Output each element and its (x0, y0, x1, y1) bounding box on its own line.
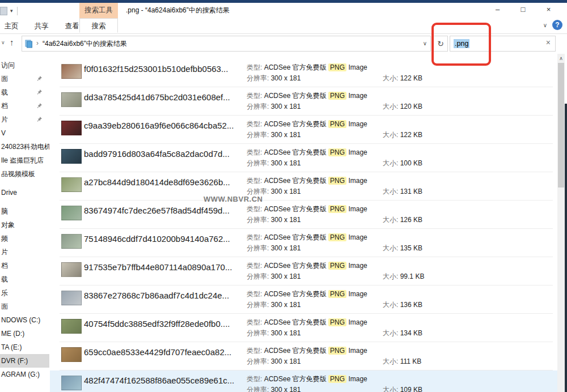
png-highlight: PNG (328, 318, 346, 326)
recent-locations-icon[interactable]: ∨ (1, 40, 5, 45)
sidebar-item[interactable]: 载 (0, 272, 49, 286)
size-value: 120 KB (400, 103, 422, 110)
sidebar-item-label: DVR (F:) (1, 357, 28, 365)
sidebar-item[interactable]: 档 (0, 99, 49, 113)
type-label: 类型: (247, 347, 262, 355)
pin-icon (36, 89, 43, 95)
vertical-scrollbar[interactable]: ∧ (557, 54, 565, 392)
sidebar-item[interactable]: 乐 (0, 286, 49, 300)
quick-access-icon[interactable] (0, 7, 7, 15)
ribbon-collapse-icon[interactable]: ∨ (543, 22, 547, 28)
close-button[interactable]: × (536, 3, 561, 18)
file-thumbnail (61, 206, 82, 220)
file-row[interactable]: 659cc0ae8533e4429fd707feaec0a82... 类型: A… (50, 342, 557, 370)
help-icon[interactable]: ? (552, 20, 562, 30)
file-meta: 类型: ACDSee 官方免费版 PNG Image 分辨率: 300 x 18… (247, 374, 383, 392)
file-thumbnail (61, 64, 82, 79)
type-value-suffix: Image (348, 92, 367, 100)
size-label: 大小: (383, 188, 398, 195)
file-resolution-line: 分辨率: 300 x 181 (247, 271, 383, 282)
sidebar-item[interactable]: 品视频模板 (0, 167, 49, 181)
file-row[interactable]: a27bc844d9d180414de8df69e3626b... 类型: AC… (50, 172, 557, 201)
file-thumbnail (61, 92, 82, 107)
sidebar-item-label: 脑 (1, 207, 8, 215)
qat-dropdown-icon[interactable]: ▾ (10, 8, 13, 14)
sidebar-item[interactable]: 对象 (0, 218, 49, 232)
file-row[interactable]: f0f01632f15d253001b510defbb0563... 类型: A… (50, 59, 557, 87)
tab-home[interactable]: 主页 (0, 19, 26, 33)
sidebar-item[interactable]: TA (E:) (0, 340, 49, 354)
sidebar-item[interactable]: 载 (0, 86, 49, 99)
size-value: 131 KB (400, 188, 422, 195)
sidebar-item[interactable]: 频 (0, 232, 49, 245)
scrollbar-thumb[interactable] (558, 63, 564, 188)
png-highlight: PNG (328, 120, 346, 128)
sidebar-item[interactable]: 脑 (0, 204, 49, 218)
sidebar-item[interactable]: V (0, 126, 49, 140)
sidebar-item[interactable]: 访问 (0, 58, 49, 72)
type-label: 类型: (247, 290, 262, 298)
sidebar-item[interactable]: DVR (F:) (0, 354, 49, 368)
refresh-button[interactable]: ↻ (433, 36, 448, 52)
scroll-up-icon[interactable]: ∧ (557, 54, 565, 63)
address-bar[interactable]: › “4a624ai6xb6”中的搜索结果 ∨ (22, 36, 431, 52)
size-label: 大小: (383, 131, 398, 139)
size-label: 大小: (383, 216, 398, 224)
size-value: 136 KB (400, 301, 422, 309)
type-value-suffix: Image (348, 63, 367, 71)
window-right-edge (565, 104, 567, 392)
size-value: 134 KB (400, 329, 422, 337)
file-meta: 类型: ACDSee 官方免费版 PNG Image 分辨率: 300 x 18… (247, 119, 383, 140)
file-row[interactable]: badd97916d803a64fa5c8a2dac0d7d... 类型: AC… (50, 144, 557, 172)
type-value: ACDSee 官方免费版 (264, 290, 327, 298)
file-meta: 类型: ACDSee 官方免费版 PNG Image 分辨率: 300 x 18… (247, 232, 383, 254)
address-dropdown-icon[interactable]: ∨ (423, 40, 427, 46)
up-one-level-icon[interactable]: ↑ (10, 37, 14, 47)
breadcrumb-path[interactable]: “4a624ai6xb6”中的搜索结果 (43, 39, 127, 49)
minimize-button[interactable]: – (485, 3, 510, 18)
search-tools-context-tab[interactable]: 搜索工具 (79, 3, 118, 18)
type-value: ACDSee 官方免费版 (264, 148, 327, 156)
file-row[interactable]: 482f47474f162588f86ae055ce89e61c... 类型: … (50, 370, 557, 392)
sidebar-item-label: 面 (1, 75, 8, 83)
file-type-line: 类型: ACDSee 官方免费版 PNG Image (247, 232, 383, 243)
type-value: ACDSee 官方免费版 (264, 347, 327, 355)
quick-access-toolbar: ▾ (0, 5, 18, 16)
sidebar-item[interactable]: lle 盗撮巨乳店 (0, 154, 49, 167)
file-size: 大小: 122 KB (383, 73, 422, 84)
file-size: 大小: 131 KB (383, 186, 422, 197)
type-value-suffix: Image (348, 262, 367, 270)
file-row[interactable]: 40754f5ddc3885edf32f9ff28ede0fb0.... 类型:… (50, 314, 557, 342)
resolution-label: 分辨率: (247, 329, 269, 337)
file-size: 大小: 122 KB (383, 130, 422, 140)
file-row[interactable]: dd3a785425d41d675bc2d031e608ef... 类型: AC… (50, 87, 557, 116)
tab-share[interactable]: 共享 (26, 19, 57, 33)
sidebar-item[interactable]: 档 (0, 259, 49, 272)
maximize-button[interactable]: □ (510, 3, 536, 18)
file-type-line: 类型: ACDSee 官方免费版 PNG Image (247, 261, 383, 271)
search-input[interactable]: .png × (450, 36, 556, 52)
sidebar-item[interactable]: 面 (0, 72, 49, 86)
type-label: 类型: (247, 205, 262, 213)
file-row[interactable]: 917535e7b7ffb44e807114a0890a170... 类型: A… (50, 257, 557, 286)
png-highlight: PNG (328, 290, 346, 298)
file-row[interactable]: 83674974fc7dec26e57f8ad54df459d... 类型: A… (50, 201, 557, 229)
size-value: 111 KB (400, 357, 422, 365)
sidebar-item[interactable]: AGRAM (G:) (0, 368, 49, 381)
sidebar-item[interactable]: Drive (0, 186, 49, 199)
sidebar-item[interactable]: NDOWS (C:) (0, 313, 49, 327)
qat-divider (17, 7, 18, 15)
file-thumbnail (61, 291, 82, 305)
sidebar-item[interactable]: 片 (0, 113, 49, 126)
tab-search[interactable]: 搜索 (79, 18, 118, 33)
clear-search-icon[interactable]: × (546, 38, 551, 47)
file-row[interactable]: 75148946cddf7d410200b94140a762... 类型: AC… (50, 229, 557, 257)
sidebar-item[interactable]: 240823科劲电机 (0, 140, 49, 154)
file-row[interactable]: 83867e27868c7b86aadf7c4d1dc24e... 类型: AC… (50, 286, 557, 314)
resolution-value: 300 x 181 (271, 131, 301, 139)
type-value: ACDSee 官方免费版 (264, 233, 327, 241)
sidebar-item[interactable]: 片 (0, 245, 49, 259)
sidebar-item[interactable]: ME (D:) (0, 327, 49, 340)
sidebar-item[interactable]: 面 (0, 300, 49, 313)
file-row[interactable]: c9aa39eb280616a9f6e066c864cba52... 类型: A… (50, 116, 557, 144)
